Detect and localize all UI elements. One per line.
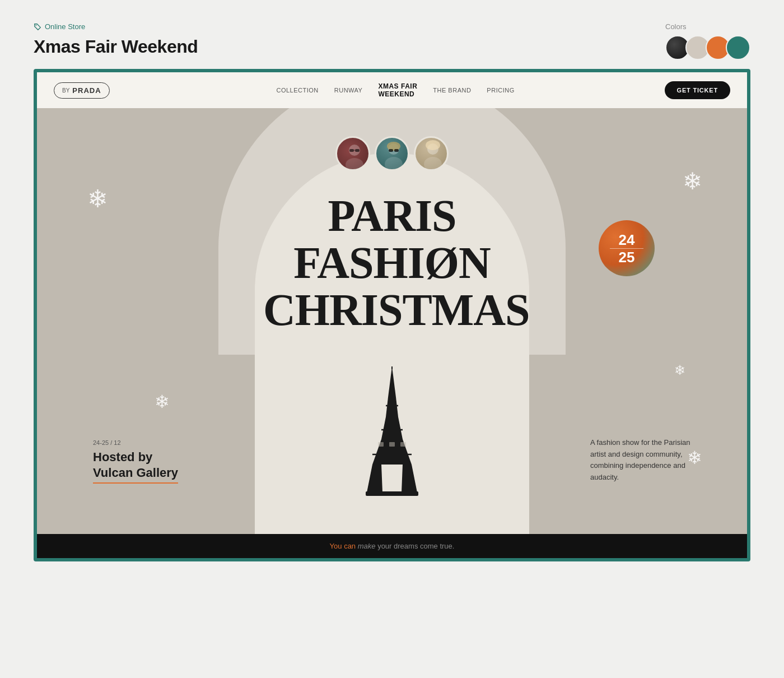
avatar-1 bbox=[335, 136, 370, 171]
svg-marker-14 bbox=[388, 366, 396, 397]
swatch-teal bbox=[726, 35, 750, 60]
svg-rect-26 bbox=[389, 442, 395, 447]
brand-name: PRADA bbox=[72, 86, 101, 95]
headline-line2: FASHIØN bbox=[263, 239, 521, 286]
bottom-description: A fashion show for the Parisian artist a… bbox=[590, 437, 691, 484]
svg-marker-18 bbox=[381, 417, 403, 439]
svg-rect-10 bbox=[394, 149, 399, 152]
colors-section: Colors bbox=[665, 22, 750, 60]
color-swatches bbox=[665, 35, 750, 60]
site-nav: BY PRADA COLLECTION RUNWAY XMAS FAIRWEEK… bbox=[37, 72, 747, 108]
ticker-italic: make bbox=[358, 542, 376, 550]
avatar-2 bbox=[375, 136, 409, 171]
store-link[interactable]: Online Store bbox=[34, 22, 198, 31]
svg-rect-25 bbox=[378, 442, 384, 447]
svg-rect-3 bbox=[349, 149, 354, 152]
svg-point-7 bbox=[385, 157, 403, 171]
svg-rect-27 bbox=[400, 442, 406, 447]
top-left: Online Store Xmas Fair Weekend bbox=[34, 22, 198, 57]
get-ticket-button[interactable]: GET TICKET bbox=[665, 81, 730, 99]
avatar-3 bbox=[414, 136, 449, 171]
page-title: Xmas Fair Weekend bbox=[34, 36, 198, 57]
ticker-highlight: You can bbox=[330, 542, 356, 550]
headline: PARIS FASHIØN CHRISTMAS bbox=[263, 192, 521, 333]
ticker-bar: You can make your dreams come true. bbox=[37, 534, 747, 558]
store-link-label: Online Store bbox=[45, 22, 85, 31]
brand-by-text: BY bbox=[62, 87, 69, 94]
eiffel-tower bbox=[361, 364, 423, 500]
avatars-row bbox=[335, 136, 449, 171]
brand-badge: BY PRADA bbox=[54, 82, 110, 99]
svg-rect-24 bbox=[366, 491, 418, 496]
svg-marker-16 bbox=[386, 397, 398, 417]
svg-point-0 bbox=[36, 25, 37, 26]
snowflake-1: ❄ bbox=[87, 187, 108, 211]
event-date-small: 24-25 / 12 bbox=[93, 439, 178, 446]
date-badge: 24 25 bbox=[599, 220, 655, 276]
nav-brand[interactable]: THE BRAND bbox=[433, 87, 471, 94]
preview-frame: BY PRADA COLLECTION RUNWAY XMAS FAIRWEEK… bbox=[34, 69, 750, 561]
date-bottom: 25 bbox=[619, 250, 635, 264]
svg-point-13 bbox=[426, 140, 440, 150]
bottom-info: 24-25 / 12 Hosted by Vulcan Gallery bbox=[93, 439, 178, 484]
nav-runway[interactable]: RUNWAY bbox=[334, 87, 363, 94]
ticker-rest: your dreams come true. bbox=[377, 542, 454, 550]
svg-marker-23 bbox=[402, 465, 417, 493]
hosted-label: Hosted by Vulcan Gallery bbox=[93, 449, 178, 484]
nav-collection[interactable]: COLLECTION bbox=[276, 87, 318, 94]
nav-links: COLLECTION RUNWAY XMAS FAIRWEEKEND THE B… bbox=[127, 82, 665, 98]
svg-rect-9 bbox=[389, 149, 393, 152]
colors-label: Colors bbox=[665, 22, 687, 31]
snowflake-3: ❄ bbox=[155, 393, 170, 411]
headline-line3: CHRISTMAS bbox=[263, 286, 521, 333]
nav-pricing[interactable]: PRICING bbox=[487, 87, 514, 94]
svg-rect-4 bbox=[355, 149, 360, 152]
svg-marker-22 bbox=[367, 465, 382, 493]
top-bar: Online Store Xmas Fair Weekend Colors bbox=[34, 22, 750, 60]
snowflake-2: ❄ bbox=[683, 170, 702, 193]
snowflake-4: ❄ bbox=[674, 364, 685, 377]
tag-icon bbox=[34, 23, 41, 31]
svg-point-2 bbox=[346, 158, 363, 171]
headline-line1: PARIS bbox=[263, 192, 521, 239]
hero-section: ❄ ❄ ❄ ❄ ❄ bbox=[37, 108, 747, 534]
svg-point-12 bbox=[424, 157, 442, 171]
date-top: 24 bbox=[619, 233, 635, 247]
desc-text: A fashion show for the Parisian artist a… bbox=[590, 437, 691, 484]
nav-xmas[interactable]: XMAS FAIRWEEKEND bbox=[378, 82, 417, 98]
